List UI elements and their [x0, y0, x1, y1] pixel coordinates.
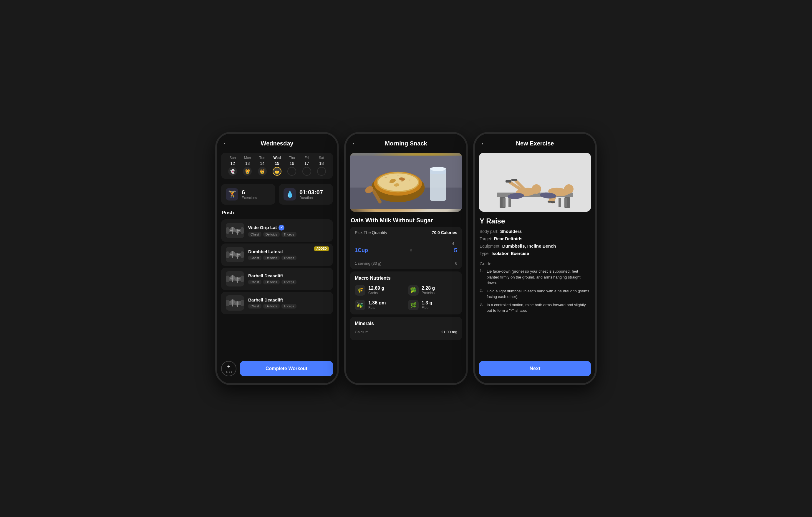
screen1-header: ← Wednesday — [217, 134, 337, 150]
macro-item-0: 🌾12.69 gCarbs — [355, 285, 404, 295]
quantity-calories: 70.0 Calories — [432, 230, 457, 235]
svg-rect-64 — [505, 180, 512, 182]
meta-row: Body part:Shoulders — [480, 228, 590, 235]
back-button-3[interactable]: ← — [481, 140, 487, 147]
svg-rect-0 — [228, 229, 242, 232]
section-push-title: Push — [217, 207, 337, 218]
screen3-content: Y Raise Body part:ShouldersTarget:Rear D… — [475, 150, 595, 358]
cal-day-fri[interactable]: Fri17 — [302, 156, 311, 176]
exercise-detail-title: Y Raise — [475, 214, 595, 226]
screen1-content: Sun12👻Mon13👑Tue14👑Wed15👑Thu16Fri17Sat18 … — [217, 150, 337, 357]
cal-day-mon[interactable]: Mon13👑 — [243, 156, 252, 176]
exercise-name: Barbell Deaadlift — [248, 297, 328, 303]
complete-workout-button[interactable]: Complete Workout — [240, 361, 333, 376]
guide-step-2: 2.Hold a light dumbbell in each hand wit… — [480, 288, 590, 300]
exercise-list: Wide Grip Lat✓ChestDeltoidsTriceps Dumbb… — [217, 219, 337, 314]
svg-rect-18 — [228, 277, 242, 281]
macro-icon: 🌿 — [408, 300, 419, 310]
back-button-2[interactable]: ← — [352, 140, 358, 147]
macro-section: Macro Nutrients 🌾12.69 gCarbs🥦2.28 gProt… — [350, 271, 462, 314]
macro-item-2: 🫒1.36 gmFats — [355, 300, 404, 310]
svg-rect-74 — [502, 198, 505, 207]
svg-rect-2 — [241, 227, 244, 234]
cal-icon-fri — [302, 167, 311, 176]
svg-rect-29 — [241, 300, 244, 306]
duration-value: 01:03:07 — [299, 189, 323, 196]
exercises-label: Exercises — [242, 196, 257, 200]
screen2-title: Morning Snack — [385, 140, 427, 147]
macro-grid: 🌾12.69 gCarbs🥦2.28 gProteins🫒1.36 gmFats… — [355, 285, 457, 310]
macro-item-1: 🥦2.28 gProteins — [408, 285, 457, 295]
svg-rect-77 — [564, 198, 567, 207]
svg-rect-15 — [237, 253, 238, 259]
svg-point-54 — [430, 167, 446, 171]
macro-icon: 🌾 — [355, 285, 366, 295]
cal-day-sun[interactable]: Sun12👻 — [228, 156, 237, 176]
exercise-item-0[interactable]: Wide Grip Lat✓ChestDeltoidsTriceps — [221, 219, 333, 242]
food-title: Oats With Milk Without Sugar — [346, 214, 466, 226]
exercise-info: Barbell DeaadliftChestDeltoidsTriceps — [248, 297, 328, 309]
quantity-picker-unit[interactable]: 1Cup — [355, 247, 368, 254]
cal-icon-sat — [317, 167, 326, 176]
exercise-item-1[interactable]: Dumbbel LateralChestDeltoidsTricepsADDED — [221, 243, 333, 266]
exercises-icon: 🏋️ — [226, 188, 238, 201]
stat-exercises: 🏋️ 6 Exercises — [221, 184, 275, 205]
cal-day-thu[interactable]: Thu16 — [287, 156, 296, 176]
cal-day-wed[interactable]: Wed15👑 — [272, 156, 282, 176]
svg-rect-33 — [237, 301, 238, 307]
quantity-serving: 1 serving (33 g) — [355, 261, 381, 265]
meta-row: Type:Isolation Exercise — [480, 250, 590, 257]
cal-icon-wed: 👑 — [272, 167, 282, 176]
svg-rect-1 — [226, 227, 229, 234]
svg-rect-24 — [237, 277, 238, 283]
svg-rect-42 — [385, 177, 387, 178]
check-badge: ✓ — [279, 225, 284, 231]
screen3-title: New Exercise — [516, 140, 554, 147]
cal-day-sat[interactable]: Sat18 — [317, 156, 326, 176]
svg-rect-9 — [228, 253, 242, 256]
guide-section: Guide 1.Lie face-down (prone) so your ch… — [475, 258, 595, 319]
meta-row: Target:Rear Deltoids — [480, 235, 590, 242]
mineral-row: Calcium21.00 mg — [355, 328, 457, 336]
minerals-title: Minerals — [355, 321, 457, 326]
cal-day-tue[interactable]: Tue14👑 — [258, 156, 267, 176]
exercise-name: Barbell Deaadlift — [248, 273, 328, 278]
screen1-title: Wednesday — [261, 140, 293, 147]
guide-step-3: 3.In a controlled motion, raise both arm… — [480, 302, 590, 314]
svg-rect-65 — [512, 179, 517, 181]
svg-rect-75 — [509, 198, 511, 207]
food-image — [350, 153, 462, 212]
next-button[interactable]: Next — [479, 361, 591, 376]
exercise-tags: ChestDeltoidsTriceps — [248, 280, 328, 284]
duration-label: Duration — [299, 196, 323, 200]
phone-1: ← Wednesday Sun12👻Mon13👑Tue14👑Wed15👑Thu1… — [215, 132, 339, 385]
exercise-info: Barbell DeaadliftChestDeltoidsTriceps — [248, 273, 328, 284]
exercise-tags: ChestDeltoidsTriceps — [248, 256, 328, 260]
quantity-selected[interactable]: 5 — [454, 247, 457, 254]
back-button-1[interactable]: ← — [223, 140, 229, 147]
exercise-tags: ChestDeltoidsTriceps — [248, 304, 328, 309]
exercise-meta: Body part:ShouldersTarget:Rear DeltoidsE… — [475, 226, 595, 258]
exercise-item-2[interactable]: Barbell DeaadliftChestDeltoidsTriceps — [221, 268, 333, 290]
exercise-info: Wide Grip Lat✓ChestDeltoidsTriceps — [248, 225, 328, 237]
bottom-bar-1: + ADD Complete Workout — [217, 357, 337, 383]
calendar-strip: Sun12👻Mon13👑Tue14👑Wed15👑Thu16Fri17Sat18 — [221, 153, 333, 179]
svg-point-68 — [564, 184, 574, 194]
add-button[interactable]: + ADD — [221, 361, 236, 376]
svg-rect-44 — [397, 175, 399, 176]
quantity-serving-num: 6 — [455, 261, 457, 265]
svg-rect-72 — [551, 201, 555, 203]
cal-icon-thu — [287, 167, 296, 176]
exercise-thumb — [226, 223, 244, 238]
macro-item-3: 🌿1.3 gFiber — [408, 300, 457, 310]
exercises-value: 6 — [242, 189, 257, 196]
svg-rect-19 — [226, 276, 229, 282]
svg-rect-28 — [226, 300, 229, 306]
guide-step-1: 1.Lie face-down (prone) so your chest is… — [480, 268, 590, 286]
minerals-section: Minerals Calcium21.00 mg — [350, 317, 462, 340]
exercise-tags: ChestDeltoidsTriceps — [248, 232, 328, 237]
exercise-item-3[interactable]: Barbell DeaadliftChestDeltoidsTriceps — [221, 292, 333, 314]
duration-icon: 💧 — [284, 188, 296, 201]
svg-rect-6 — [237, 229, 238, 235]
svg-rect-46 — [409, 180, 410, 180]
